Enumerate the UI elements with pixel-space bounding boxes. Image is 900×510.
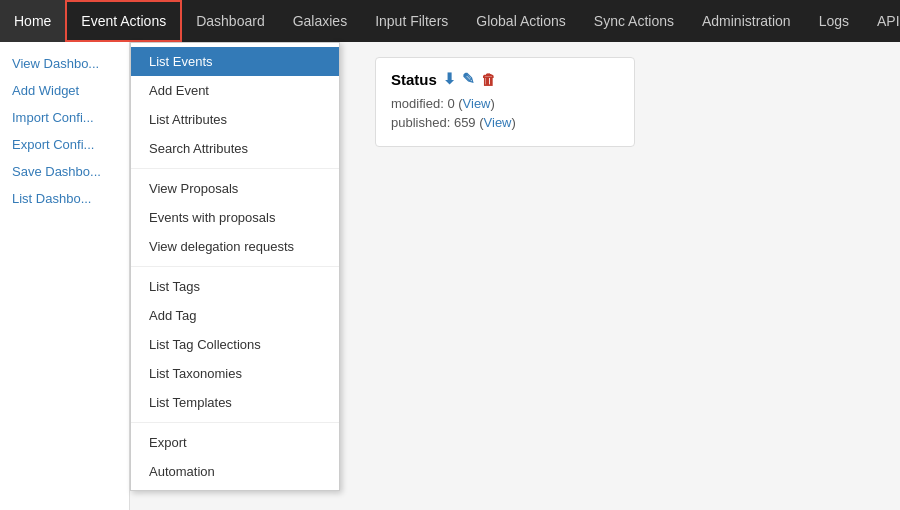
nav-administration[interactable]: Administration xyxy=(688,0,805,42)
published-count: 659 xyxy=(454,115,476,130)
sidebar-view-dashboard[interactable]: View Dashbo... xyxy=(0,50,129,77)
dropdown-divider-1 xyxy=(131,168,339,169)
dropdown-view-proposals[interactable]: View Proposals xyxy=(131,174,339,203)
event-actions-dropdown: List Events Add Event List Attributes Se… xyxy=(130,42,340,491)
modified-count: 0 xyxy=(447,96,454,111)
dropdown-view-delegation-requests[interactable]: View delegation requests xyxy=(131,232,339,261)
main-layout: View Dashbo... Add Widget Import Confi..… xyxy=(0,42,900,510)
sidebar-import-config[interactable]: Import Confi... xyxy=(0,104,129,131)
dropdown-automation[interactable]: Automation xyxy=(131,457,339,486)
navbar: Home Event Actions Dashboard Galaxies In… xyxy=(0,0,900,42)
nav-api[interactable]: API xyxy=(863,0,900,42)
nav-galaxies[interactable]: Galaxies xyxy=(279,0,361,42)
dropdown-divider-3 xyxy=(131,422,339,423)
modified-view-link[interactable]: View xyxy=(463,96,491,111)
nav-event-actions[interactable]: Event Actions xyxy=(65,0,182,42)
sidebar: View Dashbo... Add Widget Import Confi..… xyxy=(0,42,130,510)
sidebar-list-dashboard[interactable]: List Dashbo... xyxy=(0,185,129,212)
published-view-link[interactable]: View xyxy=(484,115,512,130)
dropdown-add-event[interactable]: Add Event xyxy=(131,76,339,105)
nav-sync-actions[interactable]: Sync Actions xyxy=(580,0,688,42)
status-title-text: Status xyxy=(391,71,437,88)
nav-global-actions[interactable]: Global Actions xyxy=(462,0,580,42)
modified-line: modified: 0 (View) xyxy=(391,96,619,111)
dropdown-search-attributes[interactable]: Search Attributes xyxy=(131,134,339,163)
nav-dashboard[interactable]: Dashboard xyxy=(182,0,279,42)
nav-logs[interactable]: Logs xyxy=(805,0,863,42)
sidebar-add-widget[interactable]: Add Widget xyxy=(0,77,129,104)
published-line: published: 659 (View) xyxy=(391,115,619,130)
sidebar-save-dashboard[interactable]: Save Dashbo... xyxy=(0,158,129,185)
dropdown-add-tag[interactable]: Add Tag xyxy=(131,301,339,330)
dropdown-list-attributes[interactable]: List Attributes xyxy=(131,105,339,134)
dropdown-list-templates[interactable]: List Templates xyxy=(131,388,339,417)
dropdown-export[interactable]: Export xyxy=(131,428,339,457)
sidebar-export-config[interactable]: Export Confi... xyxy=(0,131,129,158)
dropdown-events-with-proposals[interactable]: Events with proposals xyxy=(131,203,339,232)
delete-icon[interactable]: 🗑 xyxy=(481,71,496,88)
published-label: published: xyxy=(391,115,450,130)
status-card-title: Status ⬇ ✎ 🗑 xyxy=(391,70,619,88)
nav-input-filters[interactable]: Input Filters xyxy=(361,0,462,42)
edit-icon[interactable]: ✎ xyxy=(462,70,475,88)
dropdown-list-taxonomies[interactable]: List Taxonomies xyxy=(131,359,339,388)
dropdown-list-tag-collections[interactable]: List Tag Collections xyxy=(131,330,339,359)
dropdown-divider-2 xyxy=(131,266,339,267)
status-card: Status ⬇ ✎ 🗑 modified: 0 (View) publishe… xyxy=(375,57,635,147)
content-area: List Events Add Event List Attributes Se… xyxy=(130,42,900,510)
modified-label: modified: xyxy=(391,96,444,111)
nav-home[interactable]: Home xyxy=(0,0,65,42)
download-icon[interactable]: ⬇ xyxy=(443,70,456,88)
dropdown-list-tags[interactable]: List Tags xyxy=(131,272,339,301)
dropdown-list-events[interactable]: List Events xyxy=(131,47,339,76)
